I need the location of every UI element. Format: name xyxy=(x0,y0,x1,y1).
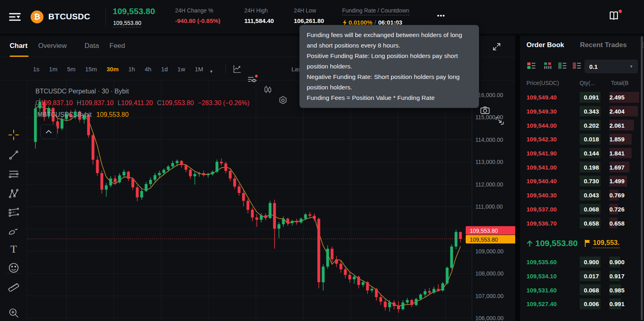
timeframe-1h[interactable]: 1h xyxy=(128,66,135,72)
symbol-title[interactable]: BTCUSDC xyxy=(48,12,90,21)
ob-price: 109,540.30 xyxy=(526,192,557,199)
mark-price[interactable]: 109,553.80 xyxy=(113,20,141,27)
funding-rate-label[interactable]: Funding Rate / Countdown xyxy=(342,7,409,15)
text-tool-icon[interactable]: T xyxy=(7,242,21,256)
tab-recent-trades[interactable]: Recent Trades xyxy=(580,41,627,49)
ob-total: 1.859 xyxy=(609,136,625,143)
orderbook-view-controls: 0.1 ▼ xyxy=(520,56,644,77)
asks-list: 109,549.400.0912.495109,549.300.3432.404… xyxy=(520,90,644,230)
timeframe-4h[interactable]: 4h xyxy=(144,66,151,72)
precision-value: 0.1 xyxy=(589,63,630,70)
mid-last-price: 109,553.80 xyxy=(535,238,578,248)
fib-lines-tool-icon[interactable] xyxy=(7,168,21,181)
ohlc-high: 109,837.10 xyxy=(81,99,114,106)
emoji-tool-icon[interactable] xyxy=(7,261,21,275)
market-menu-icon[interactable] xyxy=(8,10,23,23)
app-window: ₿ BTCUSDC 109,553.80 109,553.80 24H Chan… xyxy=(0,0,644,321)
ask-row[interactable]: 109,544.000.2022.061 xyxy=(520,118,644,132)
ob-total: 0.726 xyxy=(609,205,625,212)
timeframe-1s[interactable]: 1s xyxy=(33,66,39,72)
trend-line-tool-icon[interactable] xyxy=(7,148,21,162)
view-columns-icon[interactable] xyxy=(543,61,553,71)
ask-row[interactable]: 109,549.400.0912.495 xyxy=(520,90,644,104)
chart-legend-title[interactable]: BTCUSDC Perpetual · 30 · Bybit xyxy=(35,88,254,95)
mid-price-row[interactable]: 109,553.80 109,553. xyxy=(520,232,644,255)
orderbook-panel-toggle-icon[interactable] xyxy=(608,10,621,23)
ob-price: 109,549.40 xyxy=(526,94,557,101)
bid-row[interactable]: 109,527.400.0060.991 xyxy=(520,297,644,311)
ob-price: 109,544.00 xyxy=(526,122,557,128)
timeframe-1w[interactable]: 1w xyxy=(178,66,185,72)
header-divider xyxy=(105,7,106,27)
ob-total: 0.900 xyxy=(609,259,625,265)
tab-order-book[interactable]: Order Book xyxy=(526,41,564,49)
tab-chart[interactable]: Chart xyxy=(10,42,27,50)
expand-chart-icon[interactable] xyxy=(492,42,502,52)
legend-collapse-button[interactable] xyxy=(40,124,57,139)
flag-icon xyxy=(584,239,591,247)
ob-total: 0.917 xyxy=(609,273,625,280)
ob-total: 1.499 xyxy=(609,178,625,184)
ask-row[interactable]: 109,540.300.0430.769 xyxy=(520,188,644,202)
ob-price: 109,536.70 xyxy=(526,220,557,226)
view-asks-only-icon[interactable] xyxy=(572,61,582,71)
ohlc-low: 109,411.20 xyxy=(121,99,153,106)
chart-overlay-legend[interactable]: .MBTCUSDC, Bybit109,553.80 xyxy=(35,111,254,118)
zoom-in-tool-icon[interactable] xyxy=(7,306,21,320)
tab-data[interactable]: Data xyxy=(85,42,99,50)
ob-total: 2.495 xyxy=(609,94,625,101)
view-bids-only-icon[interactable] xyxy=(558,61,568,71)
bid-row[interactable]: 109,534.100.0170.917 xyxy=(520,269,644,283)
ask-row[interactable]: 109,541.900.1441.841 xyxy=(520,146,644,160)
timeframe-1d[interactable]: 1d xyxy=(161,66,168,72)
ob-qty-cell: 0.017 xyxy=(580,271,601,282)
ask-row[interactable]: 109,542.300.0181.859 xyxy=(520,132,644,146)
bid-row[interactable]: 109,535.600.9000.900 xyxy=(520,255,644,269)
tooltip-line: Positive Funding Rate: Long position hol… xyxy=(307,51,472,72)
timeframe-1M[interactable]: 1M xyxy=(195,66,203,72)
crosshair-tool-icon[interactable] xyxy=(7,128,21,142)
bid-row[interactable]: 109,531.600.0680.985 xyxy=(520,283,644,297)
brush-tool-icon[interactable] xyxy=(7,224,21,238)
tooltip-line: Funding fees will be exchanged between h… xyxy=(307,30,472,51)
ob-qty-cell: 0.068 xyxy=(580,204,601,215)
ob-price: 109,542.30 xyxy=(526,136,557,143)
ob-qty-cell: 0.730 xyxy=(580,176,601,186)
ask-row[interactable]: 109,549.300.3432.404 xyxy=(520,104,644,118)
ruler-tool-icon[interactable] xyxy=(7,279,21,292)
timeframe-30m[interactable]: 30m xyxy=(107,66,119,72)
ask-row[interactable]: 109,536.700.6580.658 xyxy=(520,216,644,230)
mark-price-link[interactable]: 109,553. xyxy=(593,239,619,248)
forecast-tool-icon[interactable] xyxy=(7,205,21,219)
more-menu-button[interactable]: ••• xyxy=(437,12,445,19)
view-both-icon[interactable] xyxy=(527,61,537,71)
col-total: Total(B xyxy=(611,80,629,86)
line-chart-style-icon[interactable] xyxy=(232,64,242,74)
ob-price: 109,527.40 xyxy=(526,300,557,307)
price-axis[interactable]: 116,000.00115,000.00114,000.00113,000.00… xyxy=(472,81,515,321)
pattern-tool-icon[interactable] xyxy=(7,186,21,200)
timeframe-1m[interactable]: 1m xyxy=(49,66,58,72)
index-price-tag: 109,553.80 xyxy=(466,235,515,244)
notification-dot xyxy=(619,10,622,13)
ob-qty-cell: 0.202 xyxy=(580,120,601,130)
timeframe-dropdown-caret[interactable]: ▼ xyxy=(209,67,213,75)
ob-qty-cell: 0.068 xyxy=(580,284,601,295)
ask-row[interactable]: 109,540.400.7301.499 xyxy=(520,174,644,188)
timeframe-15m[interactable]: 15m xyxy=(85,66,97,72)
tab-overview[interactable]: Overview xyxy=(38,42,67,50)
ob-total: 0.658 xyxy=(609,220,625,226)
scrollbar[interactable] xyxy=(641,36,643,320)
timeframe-bar-items: 1s1m5m15m30m1h4h1d1w1M xyxy=(33,58,203,80)
y-axis-label: 109,000.00 xyxy=(475,248,504,255)
y-axis-label: 114,000.00 xyxy=(475,137,503,143)
ask-row[interactable]: 109,537.000.0680.726 xyxy=(520,202,644,216)
ask-row[interactable]: 109,541.000.1981.697 xyxy=(520,160,644,174)
timeframe-5m[interactable]: 5m xyxy=(67,66,76,72)
precision-dropdown[interactable]: 0.1 ▼ xyxy=(584,60,638,73)
tab-feed[interactable]: Feed xyxy=(109,42,125,50)
ob-price: 109,541.00 xyxy=(526,164,557,170)
ob-price: 109,537.00 xyxy=(526,205,557,212)
active-tab-underline xyxy=(10,56,29,57)
ohlc-change: −283.30 (−0.26%) xyxy=(198,99,250,106)
